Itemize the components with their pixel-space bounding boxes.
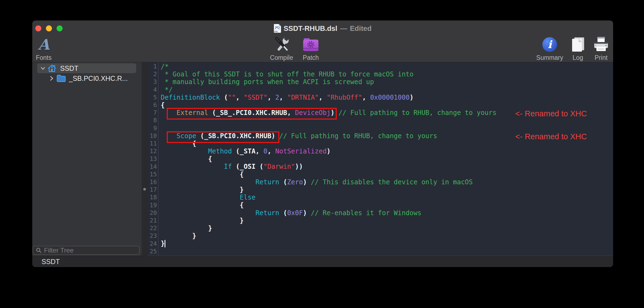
splitter-handle[interactable] — [143, 188, 146, 191]
tree-sidebar: SSDT _SB.PCI0.XHC.R... — [32, 62, 142, 256]
tree-item-label: _SB.PCI0.XHC.R... — [69, 75, 128, 82]
code-line: Return (0x0F) // Re-enables it for Windo… — [161, 209, 496, 217]
line-number: 6 — [148, 101, 157, 109]
text-caret — [165, 240, 165, 247]
line-number: 25 — [148, 248, 157, 255]
filter-tree-input[interactable] — [44, 247, 136, 254]
code-token: )) — [295, 163, 303, 170]
window-content: SSDT _SB.PCI0.XHC.R... — [32, 62, 613, 256]
line-number: 15 — [148, 171, 157, 178]
code-token: } — [161, 240, 165, 247]
line-number: 19 — [148, 202, 157, 209]
code-token: , — [267, 94, 275, 101]
code-token: // Re-enables it for Windows — [311, 209, 421, 217]
code-line: Return (Zero) // This disables the devic… — [161, 178, 496, 186]
code-editor[interactable]: 1234567891011121314151617181920212223242… — [148, 62, 613, 256]
tree-item-ssdt[interactable]: SSDT — [37, 63, 136, 73]
code-token: 0x00001000 — [370, 94, 410, 101]
search-icon — [36, 247, 42, 253]
code-lines: /* * Goal of this SSDT is to shut off th… — [161, 63, 496, 256]
code-token: 0 — [264, 147, 267, 155]
code-token: { — [161, 101, 165, 109]
code-token: , — [362, 94, 370, 101]
titlebar: DSL SSDT-RHUB.dsl — Edited — [32, 24, 613, 33]
code-token: // Full pathing to RHUB, change to yours — [338, 109, 496, 117]
code-token: ( — [220, 94, 228, 101]
fonts-label: Fonts — [36, 54, 52, 61]
chevron-right-icon[interactable] — [49, 75, 55, 82]
patch-icon — [302, 37, 319, 52]
code-token — [161, 147, 208, 155]
code-token: 2 — [275, 94, 279, 101]
fonts-button[interactable]: A Fonts — [32, 35, 62, 61]
line-number: 12 — [148, 147, 157, 155]
code-token: "DRTNIA" — [287, 94, 319, 101]
code-token: { — [161, 201, 244, 209]
code-token: } — [161, 224, 212, 232]
filter-tree-field — [33, 246, 140, 255]
patch-button[interactable]: Patch — [293, 35, 329, 61]
code-token: // Full pathing to RHUB, change to yours — [279, 132, 437, 140]
code-line: } — [161, 232, 496, 240]
print-button[interactable]: Print — [583, 35, 613, 61]
line-number: 8 — [148, 117, 157, 124]
line-number: 23 — [148, 232, 157, 240]
maciasl-window: DSL SSDT-RHUB.dsl — Edited A Fonts — [32, 20, 613, 267]
line-number: 5 — [148, 94, 157, 101]
status-bar: SSDT — [32, 256, 613, 267]
code-token: Else — [240, 194, 256, 201]
code-line: } — [161, 240, 496, 247]
folder-icon — [56, 74, 66, 82]
code-token: ) — [303, 209, 311, 217]
code-line — [161, 125, 496, 132]
desktop: DSL SSDT-RHUB.dsl — Edited A Fonts — [0, 0, 644, 308]
line-number: 14 — [148, 163, 157, 171]
code-line: * Goal of this SSDT is to shut off the R… — [161, 70, 496, 78]
code-line: } — [161, 186, 496, 194]
code-token — [161, 178, 256, 186]
code-token: NotSerialized — [275, 147, 327, 155]
code-token: "Darwin" — [264, 163, 295, 170]
line-number: 22 — [148, 224, 157, 232]
code-line: { — [161, 155, 496, 163]
line-number: 20 — [148, 209, 157, 217]
patch-label: Patch — [303, 54, 319, 61]
line-number: 13 — [148, 155, 157, 163]
line-number: 2 — [148, 70, 157, 78]
code-token: * manually building ports when the ACPI … — [161, 78, 374, 86]
code-token: ) — [327, 147, 330, 155]
code-token — [161, 163, 224, 170]
code-line: Else — [161, 194, 496, 201]
code-line: { — [161, 201, 496, 209]
line-number-gutter: 1234567891011121314151617181920212223242… — [148, 63, 158, 256]
tree-item-label: SSDT — [60, 64, 78, 72]
window-chrome: DSL SSDT-RHUB.dsl — Edited A Fonts — [32, 20, 613, 62]
summary-icon: i — [542, 37, 557, 52]
line-number: 16 — [148, 178, 157, 186]
code-token: (_STA, — [232, 147, 264, 155]
code-line: { — [161, 171, 496, 178]
highlight-box-scope — [167, 131, 279, 143]
annotation-renamed-2: <- Renamed to XHC — [515, 132, 587, 141]
code-token: "RhubOff" — [327, 94, 362, 101]
code-token: , — [319, 94, 327, 101]
code-line: /* — [161, 63, 496, 70]
code-token: { — [161, 171, 244, 178]
window-title: SSDT-RHUB.dsl — [284, 24, 337, 33]
code-token: Return — [256, 178, 279, 186]
doc-scribble — [274, 25, 280, 30]
line-number: 9 — [148, 125, 157, 132]
code-token: } — [161, 232, 196, 240]
code-line — [161, 248, 496, 255]
line-number: 24 — [148, 240, 157, 248]
code-token: Return — [256, 209, 279, 217]
chevron-down-icon[interactable] — [40, 65, 46, 72]
code-line: * manually building ports when the ACPI … — [161, 78, 496, 86]
code-token: * Goal of this SSDT is to shut off the R… — [161, 70, 414, 78]
code-token — [161, 209, 256, 217]
line-number: 3 — [148, 78, 157, 86]
dsl-doc-icon: DSL — [274, 24, 281, 33]
line-number: 1 — [148, 63, 157, 70]
pane-splitter[interactable] — [142, 62, 148, 256]
tree-item-sb-pci0[interactable]: _SB.PCI0.XHC.R... — [37, 74, 139, 83]
